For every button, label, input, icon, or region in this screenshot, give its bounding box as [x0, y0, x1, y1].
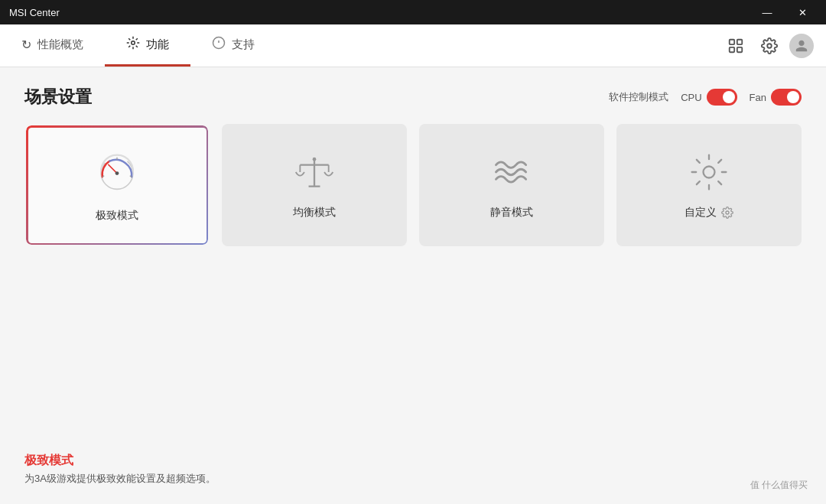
features-icon — [126, 36, 140, 53]
mode-cards: 极致模式 — [24, 124, 802, 246]
svg-point-6 — [767, 44, 772, 48]
content-area: 场景设置 软件控制模式 CPU Fan — [0, 67, 826, 504]
tab-features[interactable]: 功能 — [105, 24, 190, 67]
fan-label: Fan — [750, 92, 766, 103]
extreme-mode-label: 极致模式 — [96, 209, 138, 223]
tab-features-label: 功能 — [146, 37, 169, 52]
minimize-button[interactable]: — — [750, 0, 785, 24]
mode-card-silent[interactable]: 静音模式 — [419, 124, 604, 246]
tab-support-label: 支持 — [232, 37, 255, 52]
svg-point-12 — [115, 171, 119, 175]
main-window: ↻ 性能概览 功能 支持 — [0, 24, 826, 504]
tabbar-actions — [722, 24, 826, 67]
svg-point-18 — [313, 158, 317, 161]
balanced-mode-label: 均衡模式 — [293, 206, 336, 219]
mode-description: 极致模式 为3A级游戏提供极致效能设置及超频选项。 — [24, 453, 216, 486]
section-controls: 软件控制模式 CPU Fan — [609, 89, 802, 106]
custom-mode-label: 自定义 — [685, 206, 733, 219]
watermark-text: 值 什么值得买 — [750, 480, 808, 490]
svg-point-20 — [726, 211, 729, 214]
support-icon — [212, 36, 226, 53]
custom-settings-icon[interactable] — [721, 206, 733, 219]
mode-card-balanced[interactable]: 均衡模式 — [222, 124, 407, 246]
performance-icon: ↻ — [21, 37, 31, 52]
svg-rect-5 — [737, 47, 742, 51]
svg-rect-2 — [730, 39, 734, 44]
watermark: 值 什么值得买 — [750, 479, 808, 492]
custom-gear-icon — [688, 151, 730, 193]
fan-toggle[interactable] — [771, 89, 802, 106]
svg-point-0 — [132, 41, 135, 45]
section-title: 场景设置 — [24, 86, 92, 109]
apps-button[interactable] — [722, 32, 750, 60]
section-header: 场景设置 软件控制模式 CPU Fan — [24, 86, 802, 109]
wave-icon — [490, 151, 533, 193]
cpu-toggle[interactable] — [707, 89, 737, 106]
mode-card-extreme[interactable]: 极致模式 — [24, 124, 210, 246]
svg-rect-3 — [737, 39, 742, 44]
mode-card-custom[interactable]: 自定义 — [616, 124, 802, 246]
silent-mode-label: 静音模式 — [490, 206, 533, 219]
titlebar: MSI Center — ✕ — [0, 0, 826, 24]
software-control-label: 软件控制模式 — [609, 90, 668, 104]
app-title: MSI Center — [6, 7, 60, 18]
close-button[interactable]: ✕ — [785, 0, 820, 24]
user-avatar[interactable] — [789, 34, 814, 58]
mode-desc-text: 为3A级游戏提供极致效能设置及超频选项。 — [24, 472, 216, 486]
tab-support[interactable]: 支持 — [190, 24, 276, 67]
tab-performance[interactable]: ↻ 性能概览 — [0, 24, 105, 67]
window-controls: — ✕ — [750, 0, 820, 24]
fan-control-group: Fan — [750, 89, 802, 106]
balance-icon — [293, 151, 336, 193]
settings-button[interactable] — [756, 32, 783, 60]
svg-rect-4 — [730, 47, 734, 51]
tabbar: ↻ 性能概览 功能 支持 — [0, 24, 826, 67]
cpu-control-group: CPU — [681, 89, 737, 106]
speedometer-icon — [93, 148, 141, 197]
cpu-label: CPU — [681, 92, 701, 103]
tab-performance-label: 性能概览 — [37, 37, 83, 52]
svg-point-19 — [704, 167, 715, 178]
mode-desc-title: 极致模式 — [24, 453, 216, 469]
